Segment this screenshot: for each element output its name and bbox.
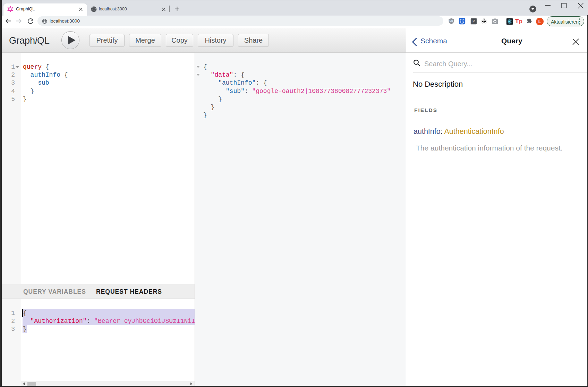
svg-text:UO: UO [450, 20, 453, 23]
svg-text:P: P [472, 19, 475, 23]
